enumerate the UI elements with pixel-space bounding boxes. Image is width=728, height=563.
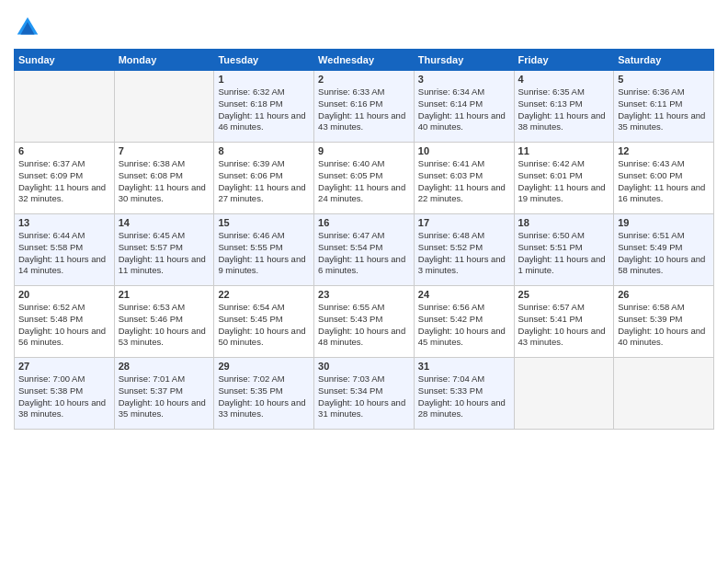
day-number: 21	[119, 289, 210, 300]
day-number: 25	[518, 289, 610, 300]
day-info: Sunrise: 6:38 AM Sunset: 6:08 PM Dayligh…	[119, 158, 210, 205]
day-info: Sunrise: 6:41 AM Sunset: 6:03 PM Dayligh…	[418, 158, 510, 205]
day-header-monday: Monday	[114, 50, 214, 71]
day-info: Sunrise: 6:43 AM Sunset: 6:00 PM Dayligh…	[618, 158, 710, 205]
day-number: 10	[418, 145, 510, 156]
day-header-thursday: Thursday	[414, 50, 514, 71]
day-info: Sunrise: 6:34 AM Sunset: 6:14 PM Dayligh…	[418, 86, 510, 133]
day-info: Sunrise: 7:04 AM Sunset: 5:33 PM Dayligh…	[418, 373, 510, 420]
calendar-cell: 9Sunrise: 6:40 AM Sunset: 6:05 PM Daylig…	[314, 143, 415, 214]
day-number: 17	[418, 217, 510, 228]
calendar-cell: 8Sunrise: 6:39 AM Sunset: 6:06 PM Daylig…	[214, 143, 314, 214]
day-info: Sunrise: 6:36 AM Sunset: 6:11 PM Dayligh…	[618, 86, 710, 133]
header	[14, 9, 714, 41]
day-number: 8	[218, 145, 310, 156]
calendar-cell: 12Sunrise: 6:43 AM Sunset: 6:00 PM Dayli…	[614, 143, 714, 214]
calendar-cell: 26Sunrise: 6:58 AM Sunset: 5:39 PM Dayli…	[614, 286, 714, 358]
day-header-wednesday: Wednesday	[314, 50, 415, 71]
logo-icon	[14, 14, 41, 41]
calendar-cell: 29Sunrise: 7:02 AM Sunset: 5:35 PM Dayli…	[214, 358, 314, 430]
day-info: Sunrise: 6:45 AM Sunset: 5:57 PM Dayligh…	[119, 230, 210, 277]
calendar-cell	[614, 358, 714, 430]
week-row-1: 1Sunrise: 6:32 AM Sunset: 6:18 PM Daylig…	[15, 71, 714, 143]
calendar-cell: 30Sunrise: 7:03 AM Sunset: 5:34 PM Dayli…	[314, 358, 415, 430]
day-info: Sunrise: 6:47 AM Sunset: 5:54 PM Dayligh…	[318, 230, 410, 277]
day-number: 23	[318, 289, 410, 300]
day-info: Sunrise: 6:48 AM Sunset: 5:52 PM Dayligh…	[418, 230, 510, 277]
day-info: Sunrise: 7:01 AM Sunset: 5:37 PM Dayligh…	[119, 373, 210, 420]
calendar-cell: 17Sunrise: 6:48 AM Sunset: 5:52 PM Dayli…	[414, 214, 514, 286]
day-info: Sunrise: 7:00 AM Sunset: 5:38 PM Dayligh…	[18, 373, 110, 420]
calendar-cell	[15, 71, 115, 143]
day-number: 6	[18, 145, 110, 156]
day-number: 22	[218, 289, 310, 300]
day-info: Sunrise: 6:57 AM Sunset: 5:41 PM Dayligh…	[518, 302, 610, 349]
day-number: 11	[518, 145, 610, 156]
day-info: Sunrise: 6:52 AM Sunset: 5:48 PM Dayligh…	[18, 302, 110, 349]
day-number: 31	[418, 361, 510, 372]
calendar-cell: 28Sunrise: 7:01 AM Sunset: 5:37 PM Dayli…	[114, 358, 214, 430]
calendar-cell: 6Sunrise: 6:37 AM Sunset: 6:09 PM Daylig…	[15, 143, 115, 214]
calendar-cell: 22Sunrise: 6:54 AM Sunset: 5:45 PM Dayli…	[214, 286, 314, 358]
calendar-body: 1Sunrise: 6:32 AM Sunset: 6:18 PM Daylig…	[15, 71, 714, 430]
day-number: 16	[318, 217, 410, 228]
calendar-cell: 4Sunrise: 6:35 AM Sunset: 6:13 PM Daylig…	[514, 71, 614, 143]
logo	[14, 14, 45, 41]
day-header-sunday: Sunday	[15, 50, 115, 71]
calendar-cell: 31Sunrise: 7:04 AM Sunset: 5:33 PM Dayli…	[414, 358, 514, 430]
week-row-4: 20Sunrise: 6:52 AM Sunset: 5:48 PM Dayli…	[15, 286, 714, 358]
day-number: 27	[18, 361, 110, 372]
day-number: 19	[618, 217, 710, 228]
calendar-cell: 10Sunrise: 6:41 AM Sunset: 6:03 PM Dayli…	[414, 143, 514, 214]
day-info: Sunrise: 6:44 AM Sunset: 5:58 PM Dayligh…	[18, 230, 110, 277]
day-number: 12	[618, 145, 710, 156]
calendar-cell: 18Sunrise: 6:50 AM Sunset: 5:51 PM Dayli…	[514, 214, 614, 286]
day-number: 28	[119, 361, 210, 372]
week-row-5: 27Sunrise: 7:00 AM Sunset: 5:38 PM Dayli…	[15, 358, 714, 430]
day-info: Sunrise: 6:56 AM Sunset: 5:42 PM Dayligh…	[418, 302, 510, 349]
day-number: 20	[18, 289, 110, 300]
calendar-cell: 5Sunrise: 6:36 AM Sunset: 6:11 PM Daylig…	[614, 71, 714, 143]
calendar-table: SundayMondayTuesdayWednesdayThursdayFrid…	[14, 49, 714, 430]
day-number: 2	[318, 74, 410, 85]
day-info: Sunrise: 6:58 AM Sunset: 5:39 PM Dayligh…	[618, 302, 710, 349]
day-info: Sunrise: 6:51 AM Sunset: 5:49 PM Dayligh…	[618, 230, 710, 277]
day-info: Sunrise: 6:37 AM Sunset: 6:09 PM Dayligh…	[18, 158, 110, 205]
day-header-friday: Friday	[514, 50, 614, 71]
day-number: 15	[218, 217, 310, 228]
calendar-cell: 23Sunrise: 6:55 AM Sunset: 5:43 PM Dayli…	[314, 286, 415, 358]
calendar-cell: 24Sunrise: 6:56 AM Sunset: 5:42 PM Dayli…	[414, 286, 514, 358]
day-info: Sunrise: 6:33 AM Sunset: 6:16 PM Dayligh…	[318, 86, 410, 133]
calendar-cell: 14Sunrise: 6:45 AM Sunset: 5:57 PM Dayli…	[114, 214, 214, 286]
day-number: 30	[318, 361, 410, 372]
day-number: 13	[18, 217, 110, 228]
day-info: Sunrise: 6:53 AM Sunset: 5:46 PM Dayligh…	[119, 302, 210, 349]
day-info: Sunrise: 6:55 AM Sunset: 5:43 PM Dayligh…	[318, 302, 410, 349]
calendar-cell: 13Sunrise: 6:44 AM Sunset: 5:58 PM Dayli…	[15, 214, 115, 286]
day-number: 3	[418, 74, 510, 85]
day-number: 5	[618, 74, 710, 85]
calendar-cell	[114, 71, 214, 143]
day-number: 4	[518, 74, 610, 85]
day-number: 29	[218, 361, 310, 372]
calendar-cell: 21Sunrise: 6:53 AM Sunset: 5:46 PM Dayli…	[114, 286, 214, 358]
day-number: 1	[218, 74, 310, 85]
calendar-cell: 7Sunrise: 6:38 AM Sunset: 6:08 PM Daylig…	[114, 143, 214, 214]
calendar-cell	[514, 358, 614, 430]
day-number: 24	[418, 289, 510, 300]
calendar-cell: 15Sunrise: 6:46 AM Sunset: 5:55 PM Dayli…	[214, 214, 314, 286]
week-row-3: 13Sunrise: 6:44 AM Sunset: 5:58 PM Dayli…	[15, 214, 714, 286]
day-info: Sunrise: 7:02 AM Sunset: 5:35 PM Dayligh…	[218, 373, 310, 420]
page: SundayMondayTuesdayWednesdayThursdayFrid…	[0, 0, 728, 563]
calendar-cell: 27Sunrise: 7:00 AM Sunset: 5:38 PM Dayli…	[15, 358, 115, 430]
calendar-cell: 16Sunrise: 6:47 AM Sunset: 5:54 PM Dayli…	[314, 214, 415, 286]
calendar-cell: 2Sunrise: 6:33 AM Sunset: 6:16 PM Daylig…	[314, 71, 415, 143]
day-number: 18	[518, 217, 610, 228]
day-info: Sunrise: 6:32 AM Sunset: 6:18 PM Dayligh…	[218, 86, 310, 133]
calendar-cell: 3Sunrise: 6:34 AM Sunset: 6:14 PM Daylig…	[414, 71, 514, 143]
day-number: 26	[618, 289, 710, 300]
calendar-cell: 19Sunrise: 6:51 AM Sunset: 5:49 PM Dayli…	[614, 214, 714, 286]
week-row-2: 6Sunrise: 6:37 AM Sunset: 6:09 PM Daylig…	[15, 143, 714, 214]
calendar-header: SundayMondayTuesdayWednesdayThursdayFrid…	[15, 50, 714, 71]
calendar-cell: 1Sunrise: 6:32 AM Sunset: 6:18 PM Daylig…	[214, 71, 314, 143]
